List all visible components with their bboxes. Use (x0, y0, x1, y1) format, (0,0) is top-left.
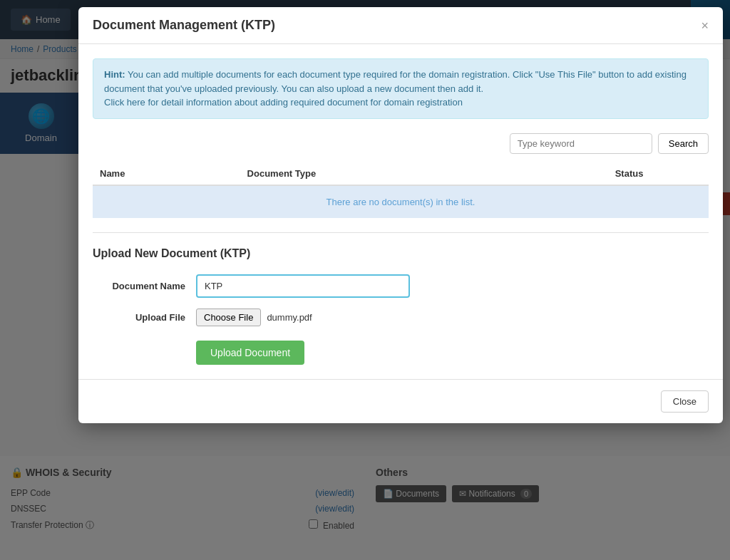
table-empty-row: There are no document(s) in the list. (93, 185, 709, 218)
file-input-area: Choose File dummy.pdf (196, 308, 312, 326)
hint-text: You can add multiple documents for each … (104, 69, 687, 94)
modal-footer: Close (78, 379, 723, 423)
upload-section-title: Upload New Document (KTP) (93, 247, 709, 260)
hint-link[interactable]: Click here for detail information about … (104, 97, 463, 108)
hint-prefix: Hint: (104, 69, 125, 80)
col-doc-type: Document Type (240, 162, 550, 185)
doc-name-label: Document Name (93, 281, 185, 291)
doc-name-group: Document Name (93, 274, 709, 298)
documents-table: Name Document Type Status There are no d… (93, 162, 709, 218)
modal-close-button[interactable]: × (701, 19, 709, 32)
table-header-row: Name Document Type Status (93, 162, 709, 185)
modal-header: Document Management (KTP) × (78, 7, 723, 44)
search-button[interactable]: Search (658, 133, 709, 154)
search-input[interactable] (510, 133, 652, 154)
hint-box: Hint: You can add multiple documents for… (93, 58, 709, 119)
modal-dialog: Document Management (KTP) × Hint: You ca… (78, 7, 723, 423)
close-button[interactable]: Close (661, 390, 709, 413)
modal-title: Document Management (KTP) (93, 18, 275, 33)
upload-file-label: Upload File (93, 312, 185, 323)
section-divider (93, 232, 709, 233)
upload-file-group: Upload File Choose File dummy.pdf (93, 308, 709, 326)
col-name: Name (93, 162, 240, 185)
empty-message: There are no document(s) in the list. (93, 185, 709, 218)
col-status: Status (550, 162, 709, 185)
choose-file-button[interactable]: Choose File (196, 308, 261, 326)
modal-body: Hint: You can add multiple documents for… (78, 44, 723, 379)
upload-btn-row: Upload Document (93, 337, 709, 365)
search-row: Search (93, 133, 709, 154)
upload-document-button[interactable]: Upload Document (196, 341, 304, 365)
file-name-display: dummy.pdf (267, 312, 312, 323)
doc-name-input[interactable] (196, 274, 410, 298)
